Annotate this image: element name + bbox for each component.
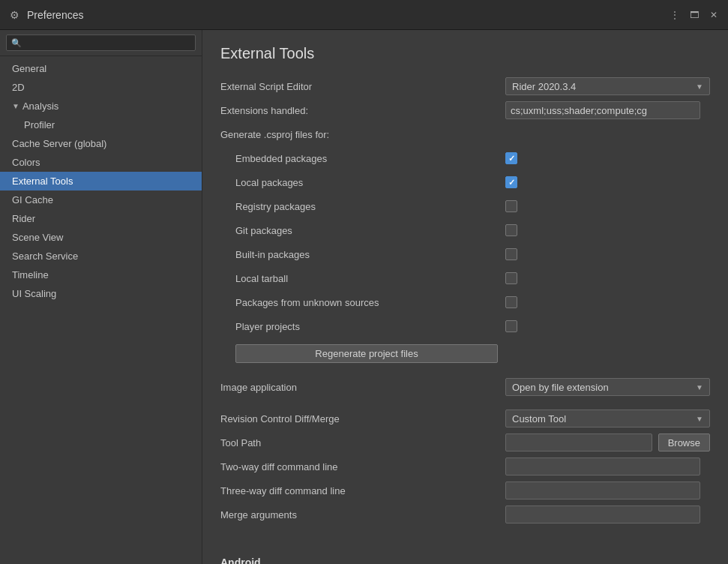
nav-list: General 2D ▼ Analysis Profiler Cache Ser… xyxy=(0,56,202,564)
three-way-label: Three-way diff command line xyxy=(220,485,505,496)
revision-selected: Custom Tool xyxy=(512,413,566,424)
maximize-button[interactable]: 🗖 xyxy=(686,7,703,23)
registry-checkbox-wrapper xyxy=(505,200,517,212)
revision-dropdown[interactable]: Custom Tool ▼ xyxy=(505,410,710,428)
registry-checkbox[interactable] xyxy=(505,200,517,212)
image-app-arrow: ▼ xyxy=(696,383,703,392)
local-tarball-checkbox[interactable] xyxy=(505,272,517,284)
two-way-label: Two-way diff command line xyxy=(220,461,505,472)
script-editor-arrow: ▼ xyxy=(696,82,703,91)
search-icon: 🔍 xyxy=(11,38,22,48)
revision-row: Revision Control Diff/Merge Custom Tool … xyxy=(220,410,710,428)
sidebar-item-timeline[interactable]: Timeline xyxy=(0,266,202,284)
sidebar: 🔍 General 2D ▼ Analysis Profiler Cache S… xyxy=(0,30,202,564)
registry-label: Registry packages xyxy=(220,201,505,212)
sidebar-item-scene-view[interactable]: Scene View xyxy=(0,228,202,247)
extensions-input[interactable] xyxy=(505,101,700,119)
two-way-input[interactable] xyxy=(505,458,700,476)
extensions-label: Extensions handled: xyxy=(220,105,505,116)
script-editor-row: External Script Editor Rider 2020.3.4 ▼ xyxy=(220,77,710,95)
local-packages-row: Local packages xyxy=(220,173,710,191)
extensions-row: Extensions handled: xyxy=(220,101,710,119)
tool-path-row: Tool Path Browse xyxy=(220,434,710,452)
script-editor-selected: Rider 2020.3.4 xyxy=(512,81,576,92)
embedded-checkbox-wrapper xyxy=(505,152,517,164)
android-spacer xyxy=(220,530,710,542)
merge-args-value xyxy=(505,506,710,524)
script-editor-dropdown[interactable]: Rider 2020.3.4 ▼ xyxy=(505,77,710,95)
sidebar-item-ui-scaling[interactable]: UI Scaling xyxy=(0,284,202,303)
generate-label: Generate .csproj files for: xyxy=(220,129,505,140)
menu-button[interactable]: ⋮ xyxy=(667,7,683,23)
embedded-checkbox[interactable] xyxy=(505,152,517,164)
local-packages-checkbox-wrapper xyxy=(505,176,517,188)
embedded-row: Embedded packages xyxy=(220,149,710,167)
merge-args-input[interactable] xyxy=(505,506,700,524)
builtin-checkbox[interactable] xyxy=(505,248,517,260)
local-tarball-row: Local tarball xyxy=(220,269,710,287)
merge-args-row: Merge arguments xyxy=(220,506,710,524)
local-packages-checkbox[interactable] xyxy=(505,176,517,188)
revision-value: Custom Tool ▼ xyxy=(505,410,710,428)
sidebar-item-profiler[interactable]: Profiler xyxy=(0,116,202,134)
extensions-value xyxy=(505,101,710,119)
sidebar-search-bar: 🔍 xyxy=(0,30,202,56)
local-tarball-checkbox-wrapper xyxy=(505,272,517,284)
sidebar-item-cache-server[interactable]: Cache Server (global) xyxy=(0,134,202,153)
builtin-label: Built-in packages xyxy=(220,249,505,260)
image-app-row: Image application Open by file extension… xyxy=(220,378,710,396)
tool-path-input[interactable] xyxy=(505,434,652,452)
unknown-sources-checkbox-wrapper xyxy=(505,296,517,308)
git-label: Git packages xyxy=(220,225,505,236)
two-way-row: Two-way diff command line xyxy=(220,458,710,476)
content-area: External Tools External Script Editor Ri… xyxy=(202,30,728,564)
image-app-dropdown[interactable]: Open by file extension ▼ xyxy=(505,378,710,396)
tool-path-label: Tool Path xyxy=(220,437,505,448)
titlebar: ⚙ Preferences ⋮ 🗖 ✕ xyxy=(0,0,728,30)
local-packages-label: Local packages xyxy=(220,177,505,188)
git-checkbox-wrapper xyxy=(505,224,517,236)
image-app-label: Image application xyxy=(220,382,505,393)
git-checkbox[interactable] xyxy=(505,224,517,236)
player-projects-row: Player projects xyxy=(220,317,710,335)
sidebar-item-gi-cache[interactable]: GI Cache xyxy=(0,190,202,209)
three-way-row: Three-way diff command line xyxy=(220,482,710,500)
close-button[interactable]: ✕ xyxy=(706,7,722,23)
sidebar-item-rider[interactable]: Rider xyxy=(0,209,202,228)
three-way-input[interactable] xyxy=(505,482,700,500)
search-wrapper: 🔍 xyxy=(6,34,196,51)
regen-button[interactable]: Regenerate project files xyxy=(235,344,498,363)
sidebar-item-external-tools[interactable]: External Tools xyxy=(0,172,202,190)
search-input[interactable] xyxy=(25,38,190,48)
main-layout: 🔍 General 2D ▼ Analysis Profiler Cache S… xyxy=(0,30,728,564)
sidebar-item-colors[interactable]: Colors xyxy=(0,153,202,172)
tool-path-wrapper: Browse xyxy=(505,434,710,452)
merge-args-label: Merge arguments xyxy=(220,509,505,520)
unknown-sources-checkbox[interactable] xyxy=(505,296,517,308)
git-row: Git packages xyxy=(220,221,710,239)
image-app-selected: Open by file extension xyxy=(512,382,609,393)
player-projects-label: Player projects xyxy=(220,321,505,332)
content-scroll: External Tools External Script Editor Ri… xyxy=(202,30,728,564)
sidebar-item-2d[interactable]: 2D xyxy=(0,78,202,97)
builtin-row: Built-in packages xyxy=(220,245,710,263)
builtin-checkbox-wrapper xyxy=(505,248,517,260)
chevron-down-icon: ▼ xyxy=(12,102,19,110)
registry-row: Registry packages xyxy=(220,197,710,215)
unknown-sources-label: Packages from unknown sources xyxy=(220,297,505,308)
local-tarball-label: Local tarball xyxy=(220,273,505,284)
two-way-value xyxy=(505,458,710,476)
window-controls: ⋮ 🗖 ✕ xyxy=(667,7,722,23)
sidebar-item-analysis[interactable]: ▼ Analysis xyxy=(0,97,202,116)
sidebar-item-analysis-label: Analysis xyxy=(22,100,58,112)
page-title: External Tools xyxy=(220,45,710,62)
window-title: Preferences xyxy=(27,9,83,21)
player-projects-checkbox[interactable] xyxy=(505,320,517,332)
browse-button[interactable]: Browse xyxy=(658,434,710,452)
sidebar-item-search-service[interactable]: Search Service xyxy=(0,247,202,266)
three-way-value xyxy=(505,482,710,500)
regen-row: Regenerate project files xyxy=(220,341,710,369)
revision-label: Revision Control Diff/Merge xyxy=(220,413,505,424)
sidebar-item-general[interactable]: General xyxy=(0,59,202,78)
preferences-icon: ⚙ xyxy=(7,8,21,22)
